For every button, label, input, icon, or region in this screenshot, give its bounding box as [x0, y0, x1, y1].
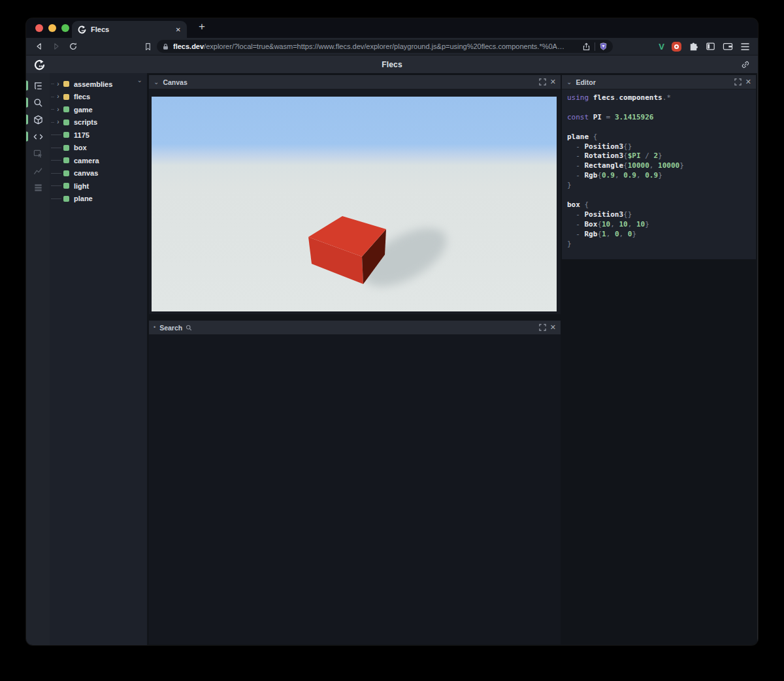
window-zoom-button[interactable]	[61, 24, 69, 32]
flecs-favicon-icon	[78, 25, 86, 34]
tree-item-label: game	[74, 106, 93, 114]
panel-title: Editor	[576, 78, 595, 86]
expand-chevron-icon[interactable]: ›	[54, 119, 62, 125]
rows-icon	[33, 183, 43, 193]
bookmark-icon[interactable]	[141, 40, 154, 52]
code-line: - Rgb{0.9, 0.9, 0.9}	[567, 171, 756, 181]
share-icon[interactable]	[582, 42, 591, 51]
entity-color-icon	[63, 106, 69, 112]
entity-color-icon	[63, 170, 69, 176]
tree-item-game[interactable]: ›game	[50, 103, 147, 116]
tree-item-label: assemblies	[74, 80, 112, 88]
divider	[595, 42, 595, 51]
share-link-icon[interactable]	[741, 60, 750, 69]
brave-shield-icon[interactable]	[599, 42, 608, 51]
tree-item-box[interactable]: box	[50, 142, 147, 155]
entity-color-icon	[63, 183, 69, 189]
search-panel-body	[149, 335, 561, 644]
browser-tab[interactable]: Flecs ✕	[72, 21, 187, 38]
collapse-chevron-icon[interactable]: ⌄	[566, 79, 572, 86]
flecs-logo-icon	[34, 59, 45, 71]
editor-panel-header: ⌄ Editor ✕	[562, 75, 756, 89]
entity-color-icon	[63, 132, 69, 138]
lock-icon	[162, 43, 169, 50]
tree-guide-line	[51, 173, 61, 174]
tree-item-camera[interactable]: camera	[50, 154, 147, 167]
code-line: box {	[567, 200, 756, 210]
back-button[interactable]	[33, 40, 46, 52]
sidebar-item-tables[interactable]	[26, 179, 50, 196]
sidebar-item-statistics[interactable]	[26, 162, 50, 179]
entity-color-icon	[63, 157, 69, 163]
code-line	[567, 191, 756, 200]
wallet-icon[interactable]	[723, 42, 733, 51]
tree-item-scripts[interactable]: ›scripts	[50, 116, 147, 129]
new-tab-button[interactable]: +	[195, 20, 209, 33]
tree-item-label: camera	[74, 157, 99, 165]
sidebar-toggle-icon[interactable]	[706, 42, 715, 51]
sidebar-item-query[interactable]	[26, 94, 50, 111]
tree-view-icon	[33, 81, 43, 91]
editor-code[interactable]: using flecs.components.* const PI = 3.14…	[562, 89, 756, 259]
vue-devtools-icon[interactable]: V	[659, 42, 664, 52]
tree-item-light[interactable]: light	[50, 180, 147, 193]
fullscreen-button[interactable]	[539, 324, 546, 331]
tree-item-1175[interactable]: 1175	[50, 129, 147, 142]
search-panel-header[interactable]: • Search ✕	[149, 321, 561, 335]
url-text: flecs.dev/explorer/?local=true&wasm=http…	[173, 42, 578, 50]
extensions-puzzle-icon[interactable]	[689, 42, 698, 52]
sidebar-item-inspector[interactable]	[26, 145, 50, 162]
close-panel-button[interactable]: ✕	[550, 78, 556, 86]
entity-color-icon	[63, 94, 69, 100]
expand-chevron-icon[interactable]: ›	[54, 93, 62, 100]
collapsed-indicator-icon[interactable]: •	[154, 325, 155, 330]
tree-item-label: flecs	[74, 93, 90, 101]
active-indicator	[26, 81, 28, 91]
3d-viewport[interactable]	[152, 97, 557, 311]
tree-item-label: plane	[74, 195, 93, 202]
sidebar-item-editor[interactable]	[26, 128, 50, 145]
close-panel-button[interactable]: ✕	[745, 78, 751, 86]
tree-guide-line	[51, 160, 61, 161]
sidebar-icon-strip	[26, 73, 50, 645]
browser-toolbar: flecs.dev/explorer/?local=true&wasm=http…	[26, 38, 758, 55]
code-line: }	[567, 181, 756, 191]
code-line	[567, 103, 756, 113]
tab-strip: Flecs ✕ +	[26, 18, 758, 38]
window-minimize-button[interactable]	[48, 24, 56, 32]
tree-guide-line	[51, 198, 61, 199]
canvas-panel-header: ⌄ Canvas ✕	[149, 75, 561, 89]
fullscreen-button[interactable]	[734, 78, 742, 86]
address-bar[interactable]: flecs.dev/explorer/?local=true&wasm=http…	[157, 40, 613, 53]
expand-chevron-icon[interactable]: ›	[54, 81, 62, 87]
tree-collapse-chevron-icon[interactable]: ⌄	[137, 76, 142, 84]
active-indicator	[26, 132, 28, 142]
tree-item-plane[interactable]: plane	[50, 193, 147, 206]
red-extension-icon[interactable]	[672, 42, 681, 52]
browser-window: Flecs ✕ + flecs.dev/explorer/?local=true…	[26, 18, 758, 645]
tab-close-icon[interactable]: ✕	[176, 26, 181, 33]
tree-item-canvas[interactable]: canvas	[50, 167, 147, 180]
canvas-panel: ⌄ Canvas ✕	[149, 75, 561, 314]
forward-button[interactable]	[50, 40, 63, 52]
tree-item-flecs[interactable]: ›flecs	[50, 91, 147, 104]
window-close-button[interactable]	[35, 24, 43, 32]
main-area: ⌄ Canvas ✕	[147, 73, 758, 645]
active-indicator	[26, 98, 28, 108]
sidebar-item-entity-tree[interactable]	[26, 77, 50, 94]
expand-chevron-icon[interactable]: ›	[54, 106, 62, 113]
close-panel-button[interactable]: ✕	[550, 323, 556, 332]
collapse-chevron-icon[interactable]: ⌄	[154, 79, 159, 86]
fullscreen-button[interactable]	[539, 78, 546, 86]
code-line: using flecs.components.*	[567, 93, 756, 103]
entity-tree-panel: ⌄ ›assemblies›flecs›game›scripts1175boxc…	[50, 73, 147, 645]
tree-item-label: canvas	[74, 169, 98, 177]
sidebar-item-canvas[interactable]	[26, 111, 50, 128]
cube-icon	[33, 115, 43, 125]
reload-button[interactable]	[67, 40, 80, 52]
entity-tree: ›assemblies›flecs›game›scripts1175boxcam…	[50, 78, 147, 205]
tree-item-assemblies[interactable]: ›assemblies	[50, 78, 147, 91]
tree-guide-line	[51, 185, 61, 186]
tree-item-label: scripts	[74, 118, 97, 126]
menu-icon[interactable]	[740, 42, 750, 51]
